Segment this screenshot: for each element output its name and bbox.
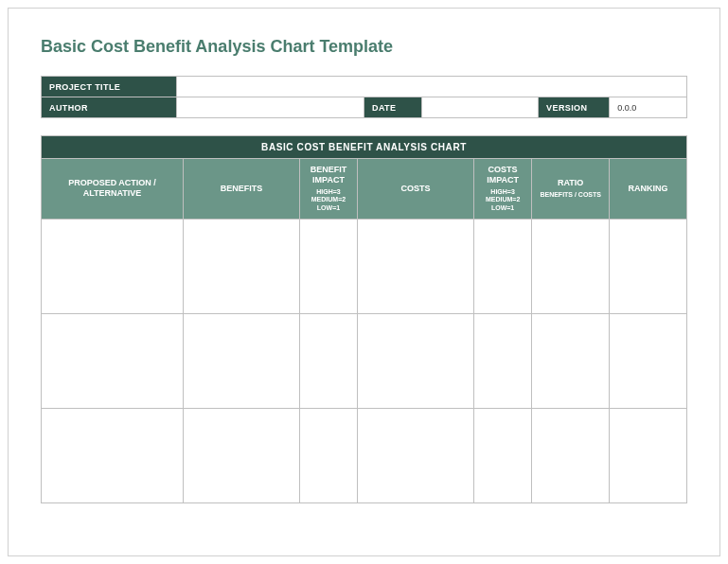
data-row <box>42 313 687 408</box>
cell-proposed[interactable] <box>42 313 184 408</box>
col-benefits: BENEFITS <box>184 159 300 220</box>
col-costs: COSTS <box>358 159 474 220</box>
cell-costs[interactable] <box>358 219 474 313</box>
col-ratio-main: RATIO <box>558 178 583 187</box>
col-benefit-impact-sub: HIGH=3 MEDIUM=2 LOW=1 <box>302 188 355 213</box>
cell-proposed[interactable] <box>42 219 184 313</box>
data-row <box>42 219 687 313</box>
document-page: Basic Cost Benefit Analysis Chart Templa… <box>8 8 720 556</box>
chart-banner: BASIC COST BENEFIT ANALYSIS CHART <box>42 136 687 159</box>
cell-proposed[interactable] <box>42 408 184 502</box>
cell-ratio[interactable] <box>532 313 610 408</box>
col-proposed: PROPOSED ACTION / ALTERNATIVE <box>42 159 184 220</box>
col-ratio-sub: BENEFITS / COSTS <box>534 191 607 200</box>
col-benefit-impact: BENEFIT IMPACT HIGH=3 MEDIUM=2 LOW=1 <box>299 159 357 220</box>
data-row <box>42 408 687 502</box>
cell-ranking[interactable] <box>610 219 687 313</box>
cell-costs[interactable] <box>358 408 474 502</box>
cell-ratio[interactable] <box>532 219 610 313</box>
cell-costs-impact[interactable] <box>473 313 531 408</box>
cell-costs-impact[interactable] <box>473 219 531 313</box>
cell-ratio[interactable] <box>532 408 610 502</box>
project-title-label: PROJECT TITLE <box>42 77 177 97</box>
analysis-chart-table: BASIC COST BENEFIT ANALYSIS CHART PROPOS… <box>41 135 687 503</box>
cell-benefits[interactable] <box>184 219 300 313</box>
cell-benefits[interactable] <box>184 408 300 502</box>
cell-ranking[interactable] <box>610 408 687 502</box>
meta-table: PROJECT TITLE AUTHOR DATE VERSION 0.0.0 <box>41 76 687 118</box>
col-costs-impact-main: COSTS IMPACT <box>487 165 519 185</box>
chart-header-row: PROPOSED ACTION / ALTERNATIVE BENEFITS B… <box>42 159 687 220</box>
col-costs-impact-sub: HIGH=3 MEDIUM=2 LOW=1 <box>476 188 529 213</box>
col-ratio: RATIO BENEFITS / COSTS <box>532 159 610 220</box>
cell-costs-impact[interactable] <box>473 408 531 502</box>
version-label: VERSION <box>539 97 610 118</box>
cell-costs[interactable] <box>358 313 474 408</box>
cell-benefit-impact[interactable] <box>299 313 357 408</box>
page-title: Basic Cost Benefit Analysis Chart Templa… <box>41 37 687 57</box>
date-value[interactable] <box>422 97 539 118</box>
chart-banner-row: BASIC COST BENEFIT ANALYSIS CHART <box>42 136 687 159</box>
col-costs-impact: COSTS IMPACT HIGH=3 MEDIUM=2 LOW=1 <box>473 159 531 220</box>
author-row: AUTHOR DATE VERSION 0.0.0 <box>42 97 687 118</box>
cell-benefits[interactable] <box>184 313 300 408</box>
col-benefit-impact-main: BENEFIT IMPACT <box>311 165 347 185</box>
author-value[interactable] <box>177 97 364 118</box>
project-title-row: PROJECT TITLE <box>42 77 687 97</box>
version-value[interactable]: 0.0.0 <box>610 97 687 118</box>
date-label: DATE <box>364 97 421 118</box>
cell-benefit-impact[interactable] <box>299 408 357 502</box>
author-label: AUTHOR <box>42 97 177 118</box>
col-ranking: RANKING <box>610 159 687 220</box>
cell-benefit-impact[interactable] <box>299 219 357 313</box>
cell-ranking[interactable] <box>610 313 687 408</box>
project-title-value[interactable] <box>177 77 687 97</box>
